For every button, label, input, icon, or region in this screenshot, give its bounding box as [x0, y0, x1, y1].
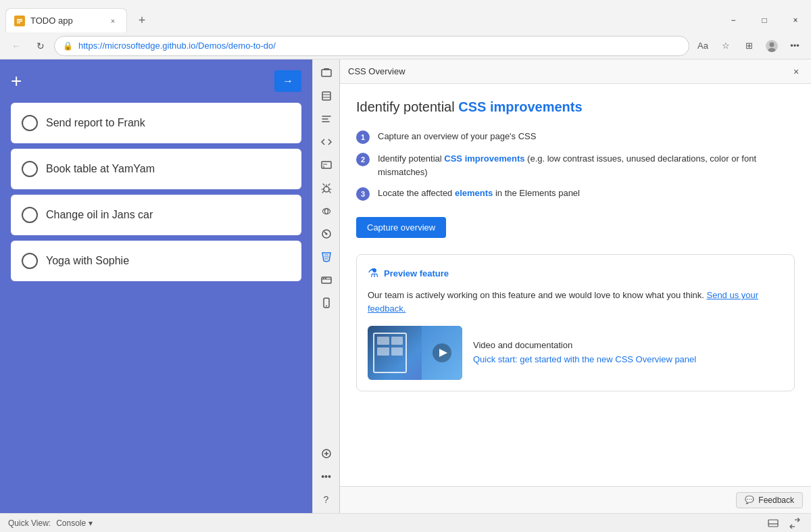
step-number-2: 2	[356, 153, 370, 166]
dock-button[interactable]	[765, 515, 781, 531]
preview-card: ⚗ Preview feature Our team is actively w…	[356, 254, 795, 391]
svg-rect-7	[322, 70, 331, 76]
debug-icon[interactable]	[316, 177, 337, 199]
svg-point-15	[322, 209, 330, 214]
svg-rect-1	[17, 19, 22, 20]
todo-checkbox-2[interactable]	[22, 161, 38, 177]
todo-add-button[interactable]: +	[11, 72, 22, 91]
preview-header: ⚗ Preview feature	[368, 266, 783, 281]
profile-button[interactable]	[761, 35, 783, 57]
screenshot-icon[interactable]	[316, 62, 337, 84]
step-text-2: Identify potential CSS improvements (e.g…	[378, 152, 795, 178]
video-thumbnail[interactable]	[368, 326, 462, 380]
address-bar[interactable]: 🔒 https://microsoftedge.github.io/Demos/…	[54, 36, 689, 56]
devtools-content: Identify potential CSS improvements 1 Ca…	[340, 84, 811, 486]
console-selector[interactable]: Console ▾	[56, 518, 93, 528]
feedback-button[interactable]: 💬 Feedback	[736, 492, 803, 508]
svg-point-6	[768, 48, 776, 52]
svg-point-17	[325, 233, 327, 235]
steps-list: 1 Capture an overview of your page's CSS…	[356, 130, 795, 201]
bottom-bar: Quick View: Console ▾	[0, 513, 811, 532]
todo-item-4[interactable]: Yoga with Sophie	[11, 241, 301, 281]
help-icon[interactable]: ?	[316, 489, 337, 510]
capture-overview-button[interactable]: Capture overview	[356, 217, 446, 238]
step-text-1: Capture an overview of your page's CSS	[378, 130, 795, 143]
settings-button[interactable]: •••	[784, 35, 806, 57]
video-section: Video and documentation Quick start: get…	[368, 326, 783, 380]
console-label: Console	[56, 518, 86, 528]
tab-close-button[interactable]: ×	[107, 16, 118, 26]
step-1: 1 Capture an overview of your page's CSS	[356, 130, 795, 144]
video-link[interactable]: Quick start: get started with the new CS…	[473, 354, 696, 364]
svg-rect-8	[324, 68, 329, 70]
feedback-icon: 💬	[745, 495, 754, 504]
todo-forward-button[interactable]: →	[274, 70, 301, 92]
svg-rect-9	[322, 92, 330, 100]
preview-label: Preview feature	[384, 268, 449, 279]
favorites-button[interactable]: ☆	[715, 35, 737, 57]
tab-favicon	[14, 16, 25, 26]
todo-item-1[interactable]: Send report to Frank	[11, 103, 301, 143]
chevron-down-icon: ▾	[89, 518, 93, 528]
todo-sidebar: + → Send report to Frank Book table at Y…	[0, 59, 312, 513]
devtools-sidebar: ••• ?	[312, 59, 339, 513]
tab-title: TODO app	[30, 16, 102, 26]
main-heading: Identify potential CSS improvements	[356, 97, 795, 116]
svg-point-14	[324, 187, 329, 192]
video-grid-overlay	[373, 333, 407, 373]
step-number-3: 3	[356, 187, 370, 201]
layers-icon[interactable]	[316, 85, 337, 107]
main-area: + → Send report to Frank Book table at Y…	[0, 59, 811, 513]
video-title: Video and documentation	[473, 340, 783, 350]
performance-icon[interactable]	[316, 223, 337, 245]
read-aloud-button[interactable]: Aa	[692, 35, 714, 57]
svg-point-23	[326, 306, 327, 307]
minimize-button[interactable]: −	[718, 8, 749, 32]
console-panel-icon[interactable]	[316, 154, 337, 176]
todo-checkbox-3[interactable]	[22, 207, 38, 223]
network-icon[interactable]	[316, 200, 337, 222]
url-text: https://microsoftedge.github.io/Demos/de…	[78, 41, 681, 51]
todo-checkbox-1[interactable]	[22, 115, 38, 131]
more-tools-button[interactable]: •••	[316, 466, 337, 487]
collections-button[interactable]: ⊞	[738, 35, 760, 57]
svg-point-5	[770, 42, 775, 47]
svg-rect-2	[17, 20, 22, 22]
application-icon[interactable]	[316, 269, 337, 291]
todo-item-3[interactable]: Change oil in Jans car	[11, 195, 301, 235]
svg-rect-29	[768, 520, 778, 527]
refresh-button[interactable]: ↻	[30, 35, 51, 57]
phone-icon[interactable]	[316, 292, 337, 314]
elements-icon[interactable]	[316, 108, 337, 130]
nav-actions: Aa ☆ ⊞ •••	[692, 35, 806, 57]
code-icon[interactable]	[316, 131, 337, 153]
devtools-footer: 💬 Feedback	[340, 486, 811, 513]
step-2: 2 Identify potential CSS improvements (e…	[356, 152, 795, 178]
css-overview-icon[interactable]	[316, 246, 337, 268]
step-3: 3 Locate the affected elements in the El…	[356, 187, 795, 201]
feedback-label: Feedback	[758, 495, 794, 505]
svg-rect-12	[322, 162, 331, 168]
step-text-3: Locate the affected elements in the Elem…	[378, 187, 795, 200]
devtools-close-button[interactable]: ×	[789, 65, 803, 78]
todo-header: + →	[11, 70, 301, 92]
new-tab-button[interactable]: +	[130, 8, 154, 32]
todo-item-text-1: Send report to Frank	[46, 117, 145, 129]
preview-description: Our team is actively working on this fea…	[368, 289, 783, 315]
devtools-toolbar: CSS Overview ×	[340, 59, 811, 84]
extend-panel-icon[interactable]	[316, 443, 337, 464]
todo-checkbox-4[interactable]	[22, 253, 38, 269]
svg-rect-21	[325, 278, 326, 279]
close-button[interactable]: ×	[780, 8, 811, 32]
window-controls: − □ ×	[718, 8, 811, 32]
browser-tab[interactable]: TODO app ×	[5, 8, 127, 32]
maximize-button[interactable]: □	[749, 8, 780, 32]
svg-rect-3	[17, 22, 20, 24]
devtools-panel: CSS Overview × Identify potential CSS im…	[339, 59, 811, 513]
quick-view-label: Quick View:	[8, 518, 51, 528]
todo-item-text-4: Yoga with Sophie	[46, 255, 129, 267]
back-button[interactable]: ←	[5, 35, 27, 57]
todo-item-2[interactable]: Book table at YamYam	[11, 149, 301, 189]
todo-item-text-3: Change oil in Jans car	[46, 209, 153, 221]
expand-button[interactable]	[787, 515, 803, 531]
